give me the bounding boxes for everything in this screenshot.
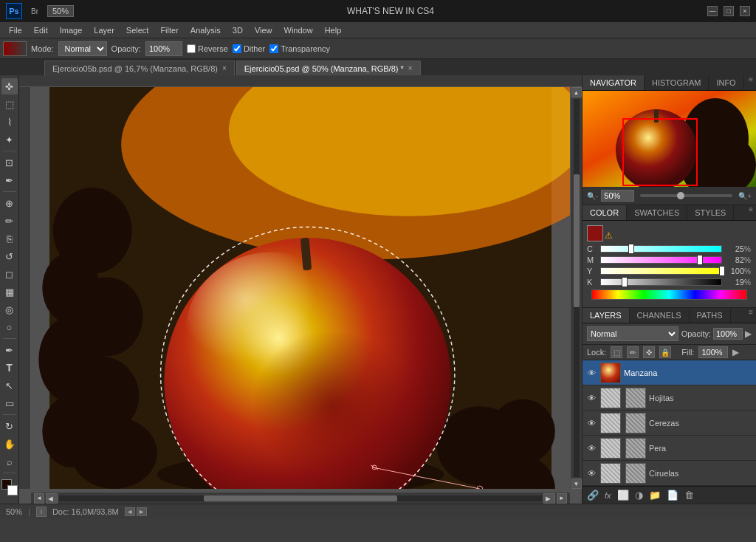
tab-channels[interactable]: CHANNELS — [630, 308, 690, 323]
zoom-input[interactable] — [601, 190, 634, 202]
scroll-up-btn[interactable]: ▲ — [571, 87, 582, 97]
menu-edit[interactable]: Edit — [28, 24, 54, 36]
fill-arrow[interactable]: ▶ — [732, 347, 739, 357]
opacity-arrow[interactable]: ▶ — [745, 329, 752, 339]
layer-item-hojitas[interactable]: 👁 Hojitas — [583, 385, 756, 411]
tab-paths[interactable]: PATHS — [690, 308, 731, 323]
adjustment-btn[interactable]: ◑ — [635, 490, 643, 501]
blur-tool[interactable]: ◎ — [1, 301, 18, 318]
zoom-out-icon[interactable]: 🔍- — [587, 192, 598, 200]
lasso-tool[interactable]: ⌇ — [1, 114, 18, 130]
canvas-area[interactable]: /* ruler ticks rendered inline */ — [19, 75, 582, 504]
link-layers-btn[interactable]: 🔗 — [587, 490, 599, 501]
gradient-tool[interactable]: ▦ — [1, 284, 18, 300]
layers-panel-menu[interactable]: ≡ — [746, 308, 756, 323]
layer-eye-hojitas[interactable]: 👁 — [585, 392, 597, 404]
h-scrollthumb[interactable] — [204, 495, 397, 501]
blend-mode-select[interactable]: Normal — [587, 326, 678, 341]
eraser-tool[interactable]: ◻ — [1, 266, 18, 282]
minimize-btn[interactable]: — — [707, 6, 718, 16]
type-tool[interactable]: T — [1, 360, 18, 376]
path-select-tool[interactable]: ↖ — [1, 377, 18, 394]
dither-checkbox[interactable] — [233, 44, 241, 53]
prev-frame-btn[interactable]: ◄ — [125, 507, 135, 516]
layer-eye-ciruelas[interactable]: 👁 — [585, 467, 597, 479]
lock-position-btn[interactable]: ✜ — [643, 346, 655, 358]
slider-c-thumb[interactable] — [628, 244, 634, 254]
slider-m-track[interactable] — [600, 256, 722, 264]
add-mask-btn[interactable]: ⬜ — [617, 490, 629, 501]
pen-tool[interactable]: ✒ — [1, 342, 18, 358]
reverse-checkbox[interactable] — [187, 44, 196, 53]
scroll-down-btn[interactable]: ▼ — [571, 478, 582, 489]
tab-close-0[interactable]: × — [222, 64, 227, 72]
tab-close-1[interactable]: × — [408, 64, 413, 72]
marquee-tool[interactable]: ⬚ — [1, 96, 18, 112]
zoom-dropdown[interactable]: 50% — [47, 5, 74, 17]
fill-value[interactable] — [698, 346, 728, 358]
layer-item-pera[interactable]: 👁 Pera — [583, 436, 756, 461]
eyedropper-tool[interactable]: ✒ — [1, 172, 18, 188]
zoom-in-icon[interactable]: 🔍+ — [738, 192, 752, 200]
crop-tool[interactable]: ⊡ — [1, 154, 18, 171]
menu-view[interactable]: View — [249, 24, 278, 36]
slider-k-track[interactable] — [600, 278, 722, 286]
tab-histogram[interactable]: HISTOGRAM — [645, 75, 709, 90]
3d-rotate-tool[interactable]: ↻ — [1, 418, 18, 434]
tab-ejercicio05[interactable]: Ejercicio05.psd @ 50% (Manzana, RGB/8) *… — [236, 61, 421, 75]
new-layer-btn[interactable]: 📄 — [667, 490, 678, 501]
menu-3d[interactable]: 3D — [227, 24, 249, 36]
gradient-swatch[interactable] — [3, 41, 27, 56]
tab-ejercicio05b[interactable]: Ejercicio05b.psd @ 16,7% (Manzana, RGB/8… — [44, 61, 235, 75]
scroll-nav-left[interactable]: ◄ — [46, 493, 58, 504]
mode-select[interactable]: Normal — [58, 41, 107, 56]
layer-eye-cerezas[interactable]: 👁 — [585, 417, 597, 429]
slider-y-thumb[interactable] — [719, 266, 725, 276]
clone-tool[interactable]: ⎘ — [1, 230, 18, 247]
menu-layer[interactable]: Layer — [88, 24, 120, 36]
vertical-scrollbar[interactable]: ▲ ▼ — [570, 87, 582, 489]
transparency-checkbox[interactable] — [269, 44, 278, 53]
brush-tool[interactable]: ✏ — [1, 213, 18, 229]
scroll-left-btn[interactable]: ◄ — [34, 493, 44, 504]
color-panel-menu[interactable]: ≡ — [746, 205, 756, 220]
zoom-slider[interactable] — [640, 194, 732, 197]
dodge-tool[interactable]: ○ — [1, 319, 18, 335]
menu-file[interactable]: File — [3, 24, 28, 36]
healing-tool[interactable]: ⊕ — [1, 195, 18, 211]
opacity-value[interactable] — [713, 328, 743, 340]
move-tool[interactable]: ✜ — [1, 78, 18, 95]
lock-image-btn[interactable]: ✏ — [627, 346, 639, 358]
layer-eye-manzana[interactable]: 👁 — [585, 367, 597, 379]
zoom-slider-thumb[interactable] — [677, 192, 684, 199]
magic-wand-tool[interactable]: ✦ — [1, 131, 18, 148]
opacity-input[interactable] — [145, 41, 182, 56]
layer-item-cerezas[interactable]: 👁 Cerezas — [583, 411, 756, 436]
canvas-container[interactable] — [31, 87, 570, 489]
menu-analysis[interactable]: Analysis — [185, 24, 227, 36]
layer-eye-pera[interactable]: 👁 — [585, 442, 597, 454]
menu-filter[interactable]: Filter — [154, 24, 184, 36]
tab-styles[interactable]: STYLES — [687, 205, 734, 220]
new-group-btn[interactable]: 📁 — [649, 490, 661, 501]
color-spectrum[interactable] — [591, 289, 747, 300]
history-brush-tool[interactable]: ↺ — [1, 248, 18, 264]
lock-all-btn[interactable]: 🔒 — [659, 346, 671, 358]
navigator-preview[interactable] — [583, 91, 756, 187]
layer-item-ciruelas[interactable]: 👁 Ciruelas — [583, 461, 756, 486]
layers-list[interactable]: 👁 Manzana 👁 Hojitas 👁 Cerezas — [583, 360, 756, 486]
maximize-btn[interactable]: □ — [724, 6, 734, 16]
tab-layers[interactable]: LAYERS — [583, 308, 630, 323]
tab-info[interactable]: INFO — [709, 75, 743, 90]
tab-navigator[interactable]: NAVIGATOR — [583, 75, 645, 90]
tab-color[interactable]: COLOR — [583, 205, 627, 220]
menu-help[interactable]: Help — [319, 24, 348, 36]
scroll-right-btn[interactable]: ► — [557, 493, 567, 504]
v-scrollthumb[interactable] — [574, 174, 580, 306]
zoom-tool[interactable]: ⌕ — [1, 453, 18, 470]
delete-layer-btn[interactable]: 🗑 — [684, 490, 694, 501]
status-info-btn[interactable]: i — [36, 507, 47, 517]
slider-y-track[interactable] — [600, 267, 722, 275]
close-btn[interactable]: × — [740, 6, 750, 16]
slider-c-track[interactable] — [600, 245, 722, 253]
